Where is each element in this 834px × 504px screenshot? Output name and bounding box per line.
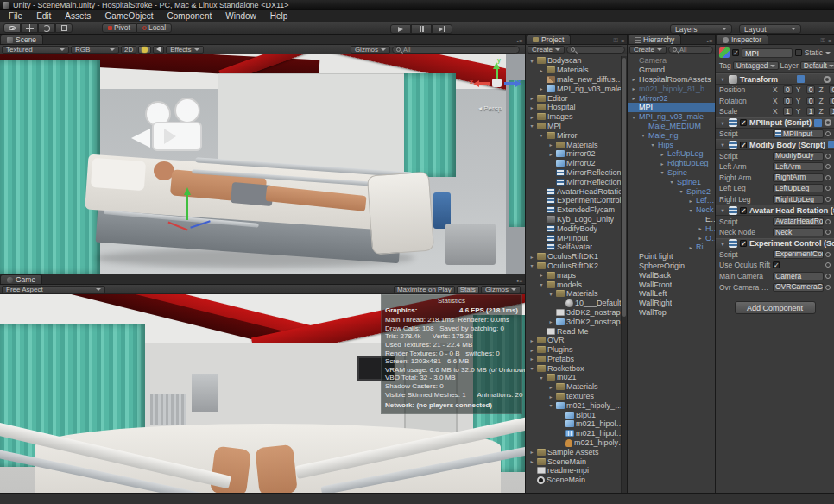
tab-game[interactable]: Game <box>0 274 42 284</box>
expand-arrow-icon[interactable]: ▾ <box>668 179 675 185</box>
effects-dropdown[interactable]: Effects <box>166 46 203 54</box>
hierarchy-item[interactable]: Ground <box>628 66 715 75</box>
static-checkbox[interactable] <box>795 49 802 56</box>
lock-icon[interactable]: ⚿ <box>821 37 828 44</box>
project-tree-item[interactable]: ▸ Hospital <box>526 103 627 112</box>
project-tree-item[interactable]: ▸ Prefabs <box>526 355 627 364</box>
layout-dropdown[interactable]: Layout <box>739 24 801 34</box>
property-value-field[interactable]: RightArm <box>773 173 824 182</box>
tag-dropdown[interactable]: Untagged <box>733 61 779 70</box>
expand-arrow-icon[interactable]: ▾ <box>528 262 535 268</box>
expand-arrow-icon[interactable]: ▾ <box>528 58 535 64</box>
expand-arrow-icon[interactable]: ▸ <box>547 318 554 324</box>
project-tree-item[interactable]: m021_hipoly_81_bones <box>526 419 627 429</box>
hierarchy-item[interactable]: ▸ m021_hipoly_81_bones <box>628 84 715 93</box>
expand-arrow-icon[interactable]: ▾ <box>719 142 726 148</box>
gear-icon[interactable] <box>824 76 831 83</box>
property-value-field[interactable]: LeftUpLeg <box>773 184 824 192</box>
expand-arrow-icon[interactable]: ▸ <box>528 337 535 343</box>
expand-arrow-icon[interactable]: ▸ <box>528 95 535 101</box>
hierarchy-item[interactable]: ▸ LeftShoulder <box>628 196 715 205</box>
property-value-field[interactable]: ModifyBody <box>773 152 824 161</box>
hierarchy-item[interactable]: Point light <box>628 252 715 261</box>
expand-arrow-icon[interactable]: ▸ <box>630 85 637 91</box>
aspect-dropdown[interactable]: Free Aspect <box>2 286 105 293</box>
layer-dropdown[interactable]: Default <box>800 61 834 70</box>
expand-arrow-icon[interactable]: ▸ <box>528 254 535 260</box>
hierarchy-item[interactable]: ▾ Spine1 <box>628 177 715 186</box>
expand-arrow-icon[interactable]: ▸ <box>697 225 704 231</box>
expand-arrow-icon[interactable]: ▸ <box>547 394 554 400</box>
expand-arrow-icon[interactable]: ▸ <box>630 76 637 82</box>
project-tree-item[interactable]: Kyb_Logo_Unity <box>526 215 627 224</box>
scene-search-input[interactable]: All <box>392 46 520 54</box>
expand-arrow-icon[interactable]: ▾ <box>630 114 637 120</box>
help-icon[interactable] <box>814 119 822 127</box>
hierarchy-item[interactable]: WallLeft <box>628 289 715 299</box>
add-component-button[interactable]: Add Component <box>735 301 816 314</box>
hierarchy-item[interactable]: ▾ Male_rig <box>628 130 715 140</box>
project-tree-item[interactable]: AvatarHeadRotation <box>526 186 627 196</box>
project-tree-item[interactable]: SelfAvatar <box>526 243 627 252</box>
project-tree-item[interactable]: ▸ MPI_rig_v03_male <box>526 84 627 93</box>
project-tree-item[interactable]: SceneMain <box>526 476 627 485</box>
component-header-avatar-head-rotation[interactable]: ▾ ✓ Avatar Head Rotation (Script <box>716 205 834 216</box>
expand-arrow-icon[interactable]: ▾ <box>538 281 545 287</box>
project-tree-item[interactable]: ▸ Materials <box>526 140 627 149</box>
project-tree-item[interactable]: ▾ m021_hipoly_81_bones <box>526 400 627 410</box>
object-picker-icon[interactable] <box>825 285 831 290</box>
expand-arrow-icon[interactable]: ▸ <box>528 114 535 120</box>
project-tree-item[interactable]: ▸ Sample Assets <box>526 447 627 457</box>
component-header-mpiinput[interactable]: ▾ ✓ MPIInput (Script) <box>716 117 834 129</box>
scene-gizmos-dropdown[interactable]: Gizmos <box>351 46 390 54</box>
project-tree-item[interactable]: ▸ textures <box>526 392 627 401</box>
project-tree-item[interactable]: Mirror02 <box>526 159 627 168</box>
expand-arrow-icon[interactable]: ▸ <box>547 384 554 390</box>
expand-arrow-icon[interactable]: ▾ <box>538 375 545 381</box>
object-picker-icon[interactable] <box>825 164 831 169</box>
expand-arrow-icon[interactable]: ▾ <box>719 241 726 247</box>
object-picker-icon[interactable] <box>825 154 831 159</box>
menu-item[interactable]: Window <box>218 10 263 22</box>
project-tree-item[interactable]: ▸ Editor <box>526 93 627 103</box>
panel-menu-icon[interactable]: ▪≡ <box>516 38 525 44</box>
hierarchy-item[interactable]: ▸ RightShoulder <box>628 243 715 252</box>
project-tree-item[interactable]: ▾ Rocketbox <box>526 363 627 373</box>
object-picker-icon[interactable] <box>825 175 831 180</box>
hierarchy-item[interactable]: ▾ Neck <box>628 205 715 215</box>
component-header-experiment-control[interactable]: ▾ ✓ Experiment Control (Script) <box>716 238 834 249</box>
local-toggle-button[interactable]: Local <box>136 23 172 33</box>
help-icon[interactable] <box>797 75 805 83</box>
scale-tool-button[interactable] <box>55 23 73 33</box>
pause-button[interactable] <box>411 24 432 34</box>
rotate-tool-button[interactable] <box>38 23 55 33</box>
hierarchy-item[interactable]: ▸ LeftUpLeg <box>628 149 715 159</box>
property-value-field[interactable]: LeftArm <box>773 162 824 171</box>
play-button[interactable] <box>390 24 411 34</box>
2d-toggle[interactable]: 2D <box>121 46 136 54</box>
scene-viewport[interactable]: y x z ◂ Persp <box>0 54 525 274</box>
project-tree-item[interactable]: ▸ SceneMain <box>526 457 627 466</box>
expand-arrow-icon[interactable]: ▾ <box>547 402 554 408</box>
project-tree-item[interactable]: ▸ Materials <box>526 382 627 392</box>
hierarchy-item[interactable]: ▸ OculusRiftDK2 <box>628 233 715 243</box>
property-value-field[interactable]: Camera <box>773 272 824 280</box>
expand-arrow-icon[interactable]: ▸ <box>528 449 535 455</box>
project-search-input[interactable] <box>566 46 625 54</box>
hand-tool-button[interactable] <box>3 23 21 33</box>
project-tree-item[interactable]: 3dDK2_nostrap <box>526 308 627 318</box>
hierarchy-item[interactable]: ▾ Spine <box>628 168 715 178</box>
project-tree-item[interactable]: m021_hipoly_81_bonesAva <box>526 438 627 448</box>
panel-menu-icon[interactable]: ≡ <box>621 38 627 44</box>
hierarchy-item[interactable]: ▸ HospitalRoomAssets <box>628 75 715 85</box>
hierarchy-item[interactable]: WallRight <box>628 299 715 308</box>
menu-item[interactable]: File <box>2 10 29 22</box>
menu-item[interactable]: Help <box>263 10 295 22</box>
expand-arrow-icon[interactable]: ▾ <box>528 365 535 371</box>
project-tree-item[interactable]: ExtendedFlycam <box>526 205 627 215</box>
object-picker-icon[interactable] <box>825 252 831 257</box>
menu-item[interactable]: Assets <box>58 10 98 22</box>
create-dropdown[interactable]: Create <box>629 46 667 54</box>
expand-arrow-icon[interactable]: ▾ <box>649 142 656 148</box>
move-tool-button[interactable] <box>21 23 38 33</box>
